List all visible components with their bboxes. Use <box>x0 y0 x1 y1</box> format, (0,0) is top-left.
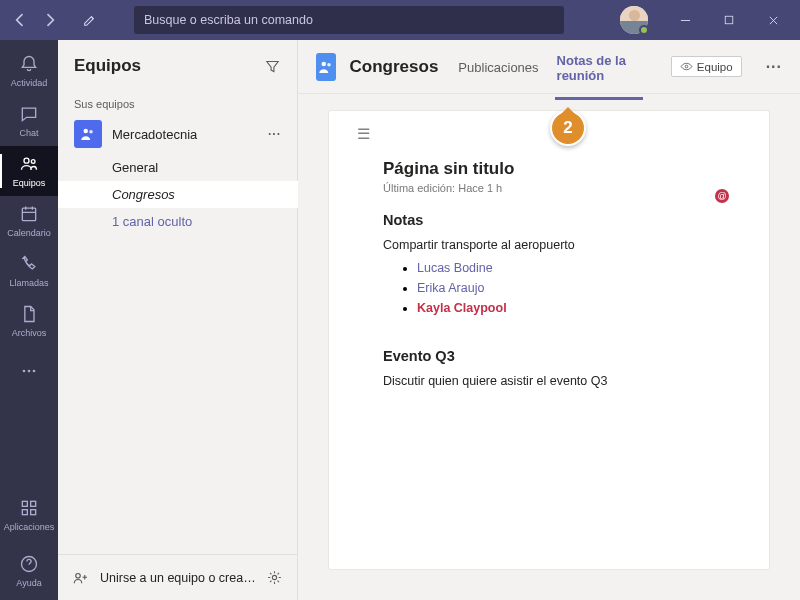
rail-calls[interactable]: Llamadas <box>0 246 58 296</box>
presence-available-icon <box>639 25 649 35</box>
svg-point-2 <box>31 160 35 164</box>
channel-more-icon[interactable]: ··· <box>766 58 782 76</box>
mention-lucas[interactable]: Lucas Bodine <box>417 261 493 275</box>
profile-avatar[interactable] <box>620 6 648 34</box>
channel-avatar-icon <box>316 53 336 81</box>
svg-rect-0 <box>725 16 733 24</box>
new-message-button[interactable] <box>76 6 104 34</box>
mentions-list[interactable]: Lucas Bodine Erika Araujo Kayla Claypool <box>417 258 729 318</box>
svg-rect-8 <box>31 501 36 506</box>
svg-rect-9 <box>22 510 27 515</box>
team-name: Mercadotecnia <box>112 127 258 142</box>
mention-kayla-self[interactable]: Kayla Claypool <box>417 301 507 315</box>
search-placeholder: Busque o escriba un comando <box>144 13 313 27</box>
last-edited-label: Última edición: Hace 1 h <box>383 182 729 194</box>
doc-title[interactable]: Página sin titulo <box>383 159 729 179</box>
tab-posts[interactable]: Publicaciones <box>456 42 540 91</box>
settings-gear-icon[interactable] <box>266 569 283 586</box>
rail-activity[interactable]: Actividad <box>0 46 58 96</box>
join-team-icon[interactable] <box>72 569 90 587</box>
rail-files[interactable]: Archivos <box>0 296 58 346</box>
svg-point-18 <box>685 65 688 68</box>
notes-menu-icon[interactable]: ☰ <box>357 125 370 143</box>
svg-point-5 <box>28 370 31 373</box>
svg-rect-7 <box>22 501 27 506</box>
tab-meeting-notes[interactable]: Notas de la reunión <box>555 35 643 99</box>
rail-teams[interactable]: Equipos <box>0 146 58 196</box>
forward-button[interactable] <box>38 8 62 32</box>
svg-rect-3 <box>22 208 35 221</box>
svg-rect-10 <box>31 510 36 515</box>
svg-point-17 <box>327 62 331 66</box>
teams-panel: Equipos Sus equipos Mercadotecnia ··· Ge… <box>58 40 298 600</box>
team-visibility-button[interactable]: Equipo <box>671 56 742 77</box>
window-maximize[interactable] <box>710 2 748 38</box>
channel-title: Congresos <box>350 57 439 77</box>
notas-text[interactable]: Compartir transporte al aeropuerto <box>383 238 729 252</box>
search-input[interactable]: Busque o escriba un comando <box>134 6 564 34</box>
rail-calendar[interactable]: Calendario <box>0 196 58 246</box>
hidden-channels-link[interactable]: 1 canal oculto <box>112 208 297 235</box>
svg-point-6 <box>33 370 36 373</box>
back-button[interactable] <box>8 8 32 32</box>
channel-congresos[interactable]: Congresos <box>58 181 298 208</box>
channel-general[interactable]: General <box>112 154 297 181</box>
panel-title: Equipos <box>74 56 264 76</box>
svg-point-4 <box>23 370 26 373</box>
section-notas-heading[interactable]: Notas <box>383 212 729 228</box>
mention-erika[interactable]: Erika Araujo <box>417 281 484 295</box>
rail-chat[interactable]: Chat <box>0 96 58 146</box>
window-minimize[interactable] <box>666 2 704 38</box>
rail-more[interactable] <box>0 346 58 396</box>
rail-help[interactable]: Ayuda <box>0 546 58 596</box>
channel-header: Congresos Publicaciones Notas de la reun… <box>298 40 800 94</box>
svg-point-15 <box>272 575 276 579</box>
tutorial-callout-2: 2 <box>550 110 586 146</box>
main-area: Congresos Publicaciones Notas de la reun… <box>298 40 800 600</box>
section-evento-heading[interactable]: Evento Q3 <box>383 348 729 364</box>
your-teams-label: Sus equipos <box>58 92 297 114</box>
title-bar: Busque o escriba un comando <box>0 0 800 40</box>
mention-indicator-icon: @ <box>715 189 729 203</box>
app-rail: Actividad Chat Equipos Calendario Llamad… <box>0 40 58 600</box>
svg-point-12 <box>84 129 89 134</box>
svg-point-14 <box>76 573 81 578</box>
join-team-label[interactable]: Unirse a un equipo o crea… <box>100 571 256 585</box>
team-more-icon[interactable]: ··· <box>268 127 281 141</box>
filter-icon[interactable] <box>264 58 281 75</box>
meeting-notes-card: ☰ Página sin titulo Última edición: Hace… <box>328 110 770 570</box>
rail-apps[interactable]: Aplicaciones <box>0 490 58 540</box>
team-avatar-icon <box>74 120 102 148</box>
evento-text[interactable]: Discutir quien quiere asistir el evento … <box>383 374 729 388</box>
svg-point-13 <box>89 130 93 134</box>
team-row-mercadotecnia[interactable]: Mercadotecnia ··· <box>58 114 297 154</box>
svg-point-1 <box>24 158 29 163</box>
window-close[interactable] <box>754 2 792 38</box>
svg-point-16 <box>321 61 326 66</box>
